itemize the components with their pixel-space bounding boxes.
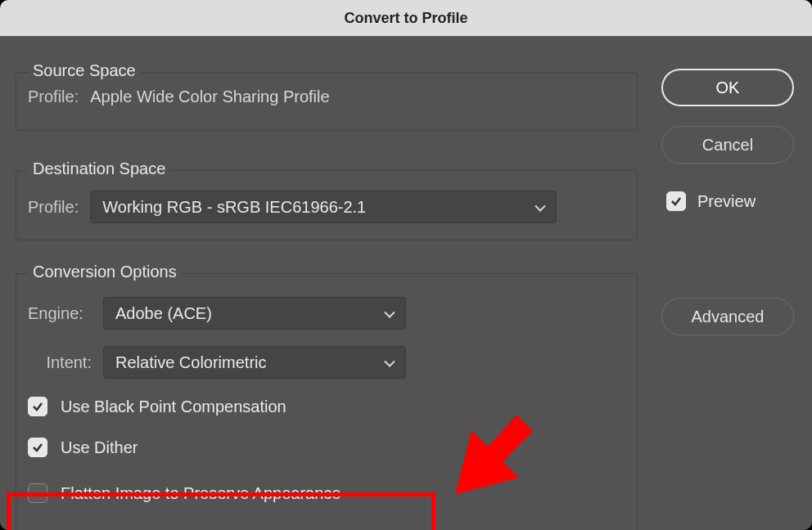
cancel-button-label: Cancel [702,136,753,155]
source-profile-value: Apple Wide Color Sharing Profile [90,88,329,106]
intent-select[interactable]: Relative Colorimetric [103,346,406,379]
flatten-checkbox-row[interactable]: Flatten Image to Preserve Appearance [28,483,341,503]
dialog-titlebar: Convert to Profile [0,0,812,36]
chevron-down-icon [384,353,395,372]
flatten-label: Flatten Image to Preserve Appearance [61,484,341,503]
engine-value: Adobe (ACE) [115,304,212,323]
black-point-checkbox[interactable] [28,397,47,416]
source-profile-label: Profile: [28,88,79,106]
engine-label: Engine: [28,304,92,323]
dither-checkbox[interactable] [28,438,47,457]
ok-button-label: OK [716,79,740,97]
dither-checkbox-row[interactable]: Use Dither [28,438,138,457]
flatten-checkbox[interactable] [28,483,47,503]
engine-select[interactable]: Adobe (ACE) [103,297,406,330]
chevron-down-icon [384,304,395,323]
destination-space-legend: Destination Space [28,159,170,178]
source-space-legend: Source Space [28,61,141,80]
destination-profile-select[interactable]: Working RGB - sRGB IEC61966-2.1 [90,191,557,223]
conversion-options-group: Conversion Options Engine: Adobe (ACE) I… [16,273,638,530]
preview-checkbox[interactable] [666,191,686,211]
intent-value: Relative Colorimetric [115,353,267,372]
dither-label: Use Dither [61,438,138,457]
source-space-group: Source Space Profile: Apple Wide Color S… [16,72,638,131]
destination-profile-label: Profile: [28,198,79,217]
advanced-button-label: Advanced [692,308,765,326]
chevron-down-icon [535,198,546,217]
black-point-label: Use Black Point Compensation [61,398,286,416]
ok-button[interactable]: OK [661,69,794,106]
conversion-options-legend: Conversion Options [28,263,182,281]
preview-checkbox-row[interactable]: Preview [666,191,756,211]
preview-label: Preview [697,192,756,211]
black-point-checkbox-row[interactable]: Use Black Point Compensation [28,397,286,416]
dialog-body: Source Space Profile: Apple Wide Color S… [0,36,812,530]
intent-label: Intent: [28,353,92,372]
destination-space-group: Destination Space Profile: Working RGB -… [16,170,638,240]
destination-profile-value: Working RGB - sRGB IEC61966-2.1 [102,198,366,217]
advanced-button[interactable]: Advanced [661,298,794,335]
cancel-button[interactable]: Cancel [661,126,794,164]
dialog-title: Convert to Profile [344,10,467,27]
